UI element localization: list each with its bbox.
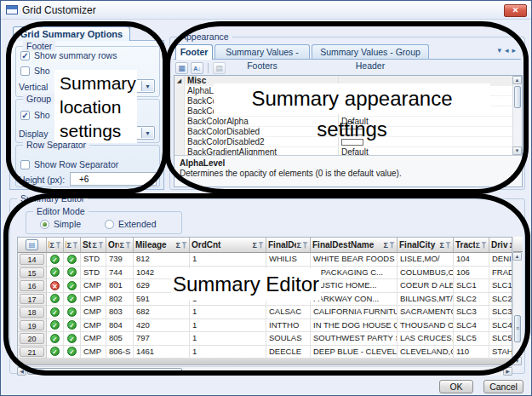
grid-cell[interactable]: Y PACKAGING C...	[311, 267, 398, 280]
property-value[interactable]	[339, 106, 512, 116]
tab-summary-values-group-header[interactable]: Summary Values - Group Header	[312, 44, 429, 59]
filter-icon[interactable]	[445, 242, 451, 249]
grid-cell[interactable]: STAH	[489, 346, 512, 359]
flag-cell[interactable]: ✓	[47, 293, 64, 307]
filter-icon[interactable]	[55, 242, 61, 249]
vertical-combo[interactable]: ▼	[77, 79, 155, 93]
sigma-icon[interactable]: Σ	[253, 241, 257, 250]
grid-cell[interactable]: 803	[106, 306, 134, 319]
grid-cell[interactable]: COEUR D ALEN...	[398, 279, 454, 293]
grid-cell[interactable]: CMP	[81, 293, 106, 307]
grid-cell[interactable]: CALIFORNIA FURNITU...	[311, 306, 398, 319]
close-button[interactable]: ✕	[504, 4, 527, 17]
show-summary-rows-checkbox[interactable]: ✓ Show summary rows	[20, 50, 117, 60]
display-combo[interactable]: ▼	[77, 126, 155, 140]
grid-cell[interactable]: WHILIS	[266, 253, 311, 267]
grid-cell[interactable]: 682	[134, 306, 190, 319]
flag-cell[interactable]: ✓	[64, 279, 81, 293]
grid-cell[interactable]: 1	[190, 332, 266, 346]
sigma-icon[interactable]: Σ	[120, 241, 124, 250]
grid-cell[interactable]: DEEP BLUE - CLEVELAND	[311, 346, 398, 359]
sigma-icon[interactable]: Σ	[384, 241, 388, 250]
grid-cell[interactable]: CMP	[81, 319, 106, 333]
flag-cell[interactable]: ✓	[47, 306, 64, 319]
grid-cell[interactable]: 110	[454, 346, 489, 359]
grid-cell[interactable]: 1	[190, 267, 266, 280]
tab-list-icon[interactable]: ▾	[497, 46, 501, 55]
grid-cell[interactable]: CMP	[81, 306, 106, 319]
filter-icon[interactable]	[302, 242, 308, 249]
scrollbar-thumb[interactable]	[514, 86, 521, 108]
row-number-button[interactable]: 21	[20, 347, 44, 358]
row-number-button[interactable]: 20	[20, 333, 44, 344]
scroll-right-icon[interactable]: ▸	[512, 46, 516, 55]
color-swatch[interactable]	[341, 139, 363, 146]
filter-icon[interactable]	[258, 242, 264, 249]
property-category-row[interactable]: ◢Misc	[174, 76, 512, 86]
grid-cell[interactable]: 1	[190, 293, 266, 307]
collapse-icon[interactable]: ◢	[174, 76, 185, 85]
scroll-down-icon[interactable]: ▼	[512, 146, 522, 155]
height-px-input[interactable]	[70, 172, 157, 186]
property-row[interactable]: BackColor	[174, 96, 512, 106]
grid-cell[interactable]: SLC4	[454, 319, 489, 333]
grid-cell[interactable]: CMP	[81, 346, 106, 359]
filter-icon[interactable]	[72, 242, 78, 249]
grid-cell[interactable]: 1	[190, 279, 266, 293]
grid-cell[interactable]: SLC1	[489, 279, 512, 293]
grid-cell[interactable]: 812	[134, 253, 190, 267]
grid-cell[interactable]: 629	[134, 279, 190, 293]
property-row[interactable]: BackGradientAlignmentDefault	[174, 147, 512, 155]
grid-cell[interactable]: 805	[106, 332, 134, 346]
row-number-button[interactable]: 14	[20, 254, 44, 265]
scroll-left-icon[interactable]: ◀	[17, 367, 26, 376]
flag-cell[interactable]: ✓	[64, 267, 81, 280]
column-header-OrdCnt[interactable]: OrdCntΣ	[190, 238, 266, 253]
ok-button[interactable]: OK	[439, 380, 473, 393]
field-chooser-icon[interactable]: ▤	[26, 239, 38, 250]
row-header-cell[interactable]: 21	[18, 346, 47, 359]
property-value[interactable]: Default	[339, 117, 512, 126]
tab-grid-summary-options[interactable]: Grid Summary Options	[13, 26, 130, 41]
scroll-right-icon[interactable]: ▶	[503, 367, 512, 376]
column-header-Ord[interactable]: OrdΣ	[106, 238, 134, 253]
property-value[interactable]	[339, 96, 512, 106]
column-header-St[interactable]: StΣ	[81, 238, 106, 253]
flag-cell[interactable]: ✓	[47, 253, 64, 267]
categorized-icon[interactable]: ▦	[175, 62, 188, 74]
row-header-cell[interactable]: 15	[18, 267, 47, 280]
show-row-separator-checkbox[interactable]: Show Row Separator	[20, 159, 118, 169]
grid-cell[interactable]: 797	[134, 332, 190, 346]
flag-cell[interactable]: ✓	[47, 346, 64, 359]
grid-cell[interactable]: 1461	[134, 346, 190, 359]
sigma-icon[interactable]: Σ	[440, 241, 444, 250]
grid-cell[interactable]: FRAD	[489, 267, 512, 280]
scroll-left-icon[interactable]: ◂	[505, 46, 509, 55]
grid-cell[interactable]: MANCOL	[266, 267, 311, 280]
grid-cell[interactable]: RUSTIC HOME...	[311, 279, 398, 293]
scrollbar-thumb[interactable]: ⋯	[27, 368, 182, 375]
grid-cell[interactable]: SLC3	[454, 306, 489, 319]
color-swatch[interactable]	[341, 129, 363, 135]
chevron-down-icon[interactable]: ▼	[141, 128, 153, 138]
grid-cell[interactable]: SLC5	[454, 332, 489, 346]
sigma-icon[interactable]: Σ	[297, 241, 301, 250]
grid-cell[interactable]	[266, 279, 311, 293]
flag-cell[interactable]: ✕	[47, 279, 64, 293]
scroll-up-icon[interactable]: ▲	[512, 252, 522, 261]
row-number-button[interactable]: 19	[20, 320, 44, 331]
sigma-icon[interactable]: Σ	[176, 241, 180, 250]
grid-cell[interactable]: CALSAC	[266, 306, 311, 319]
grid-cell[interactable]: THOUSAND OA...	[398, 319, 454, 333]
property-row[interactable]: BackColor2	[174, 106, 512, 117]
tab-summary-values-footers[interactable]: Summary Values - Footers	[215, 44, 310, 59]
row-number-button[interactable]: 18	[20, 307, 44, 318]
grid-cell[interactable]: 106	[454, 267, 489, 280]
property-grid-vscrollbar[interactable]: ▲ ▼	[512, 76, 522, 155]
grid-cell[interactable]: DENI	[489, 253, 512, 267]
alphabetical-sort-icon[interactable]: A↓	[191, 62, 203, 74]
radio-simple[interactable]: Simple	[40, 219, 81, 229]
grid-cell[interactable]: SACRAMENTO,C...	[398, 306, 454, 319]
filter-icon[interactable]	[389, 242, 395, 249]
column-header-F[interactable]: FΣ	[64, 238, 81, 253]
